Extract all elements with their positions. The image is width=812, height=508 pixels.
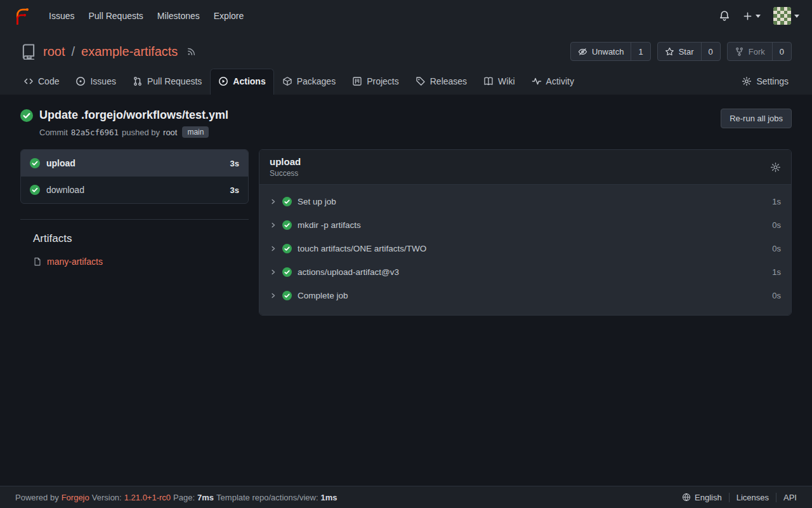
forgejo-footer-link[interactable]: Forgejo — [62, 493, 89, 502]
jobs-list: upload 3s download 3s — [20, 149, 249, 204]
run-header: Update .forgejo/workflows/test.yml Commi… — [0, 95, 812, 145]
tab-label: Settings — [756, 76, 789, 86]
job-options-gear-icon[interactable] — [770, 162, 781, 173]
tab-label: Code — [38, 76, 59, 86]
create-menu-button[interactable] — [743, 11, 761, 21]
pusher-link[interactable]: root — [163, 128, 177, 137]
footer-left: Powered by Forgejo Version: 1.21.0+1-rc0… — [15, 493, 337, 502]
job-name: download — [46, 185, 84, 195]
tab-label: Activity — [546, 76, 574, 86]
fork-label: Fork — [749, 47, 765, 57]
fork-button-group: Fork 0 — [727, 42, 792, 61]
user-menu-button[interactable] — [773, 7, 799, 25]
repo-name-link[interactable]: example-artifacts — [81, 44, 178, 59]
job-row-upload[interactable]: upload 3s — [21, 150, 248, 177]
job-duration: 3s — [230, 159, 239, 168]
chevron-down-icon — [794, 15, 799, 18]
step-name: Complete job — [298, 291, 348, 300]
tab-code[interactable]: Code — [15, 69, 67, 95]
tab-pull-requests[interactable]: Pull Requests — [124, 69, 210, 95]
actions-run-page: Update .forgejo/workflows/test.yml Commi… — [0, 95, 812, 486]
api-link[interactable]: API — [776, 493, 797, 502]
run-title: Update .forgejo/workflows/test.yml — [39, 109, 228, 122]
tab-label: Projects — [367, 76, 399, 86]
unwatch-button[interactable]: Unwatch — [571, 43, 631, 60]
language-label: English — [695, 493, 722, 502]
step-row-mkdir[interactable]: mkdir -p artifacts 0s — [259, 213, 791, 237]
repo-separator: / — [71, 44, 75, 59]
repo-owner-link[interactable]: root — [43, 44, 65, 59]
rss-icon[interactable] — [187, 46, 197, 57]
tab-settings[interactable]: Settings — [733, 69, 797, 95]
nav-pull-requests[interactable]: Pull Requests — [81, 6, 150, 26]
tab-activity[interactable]: Activity — [523, 69, 582, 95]
chevron-right-icon — [270, 222, 277, 229]
powered-by-label: Powered by — [15, 493, 59, 502]
book-icon — [483, 76, 494, 86]
chevron-right-icon — [270, 198, 277, 205]
globe-icon — [682, 493, 691, 502]
code-icon — [23, 76, 34, 86]
step-duration: 1s — [772, 197, 781, 206]
project-board-icon — [352, 76, 362, 86]
nav-issues[interactable]: Issues — [42, 6, 81, 26]
pull-request-icon — [133, 76, 143, 86]
step-name: touch artifacts/ONE artifacts/TWO — [298, 244, 426, 253]
step-name: mkdir -p artifacts — [298, 220, 361, 230]
artifact-name: many-artifacts — [47, 257, 103, 267]
footer-right: English Licenses API — [675, 493, 797, 502]
branch-badge[interactable]: main — [182, 126, 209, 138]
job-duration: 3s — [230, 185, 239, 195]
fork-button[interactable]: Fork — [728, 43, 772, 60]
step-row-touch[interactable]: touch artifacts/ONE artifacts/TWO 0s — [259, 237, 791, 260]
tab-label: Packages — [297, 76, 336, 86]
rerun-all-jobs-button[interactable]: Re-run all jobs — [721, 109, 792, 128]
run-body: upload 3s download 3s Artifacts many-art… — [0, 145, 812, 316]
version-label: Version: — [92, 493, 122, 502]
job-row-download[interactable]: download 3s — [21, 177, 248, 203]
step-row-setup[interactable]: Set up job 1s — [259, 190, 791, 213]
success-icon — [282, 267, 292, 277]
pulse-icon — [532, 76, 542, 86]
watchers-count[interactable]: 1 — [631, 43, 650, 60]
chevron-right-icon — [270, 292, 277, 299]
repo-title-row: root / example-artifacts — [0, 42, 812, 61]
unwatch-label: Unwatch — [592, 47, 624, 57]
nav-explore[interactable]: Explore — [207, 6, 251, 26]
tab-actions[interactable]: Actions — [210, 69, 273, 95]
tab-packages[interactable]: Packages — [274, 69, 344, 95]
star-icon — [665, 47, 674, 57]
nav-milestones[interactable]: Milestones — [150, 6, 207, 26]
star-button[interactable]: Star — [658, 43, 701, 60]
step-row-complete[interactable]: Complete job 0s — [259, 284, 791, 307]
step-duration: 1s — [772, 267, 781, 277]
job-detail-name: upload — [270, 156, 301, 167]
tab-wiki[interactable]: Wiki — [475, 69, 523, 95]
job-detail-panel: upload Success Set up job 1s — [259, 149, 792, 316]
watch-button-group: Unwatch 1 — [570, 42, 651, 61]
issue-circle-icon — [75, 76, 86, 86]
artifact-link[interactable]: many-artifacts — [33, 257, 249, 267]
eye-slash-icon — [578, 47, 587, 57]
notifications-bell-icon[interactable] — [719, 10, 730, 22]
forgejo-logo[interactable] — [13, 6, 32, 25]
licenses-link[interactable]: Licenses — [729, 493, 776, 502]
navbar-right — [719, 7, 799, 25]
commit-sha-link[interactable]: 82a5cf6961 — [71, 128, 119, 137]
tab-label: Pull Requests — [147, 76, 202, 86]
tab-projects[interactable]: Projects — [344, 69, 407, 95]
step-row-upload-artifact[interactable]: actions/upload-artifact@v3 1s — [259, 260, 791, 284]
version-link[interactable]: 1.21.0+1-rc0 — [124, 493, 171, 502]
tab-releases[interactable]: Releases — [407, 69, 475, 95]
stars-count[interactable]: 0 — [701, 43, 720, 60]
template-label: Template repo/actions/view: — [216, 493, 318, 502]
success-icon — [282, 244, 292, 253]
repo-tab-bar: Code Issues Pull Requests Actions Packag… — [0, 69, 812, 95]
forgejo-logo-icon — [13, 6, 32, 25]
success-icon — [30, 185, 40, 195]
forks-count[interactable]: 0 — [772, 43, 791, 60]
page-label: Page: — [173, 493, 195, 502]
tab-issues[interactable]: Issues — [67, 69, 124, 95]
success-icon — [30, 158, 40, 168]
language-selector[interactable]: English — [675, 493, 729, 502]
